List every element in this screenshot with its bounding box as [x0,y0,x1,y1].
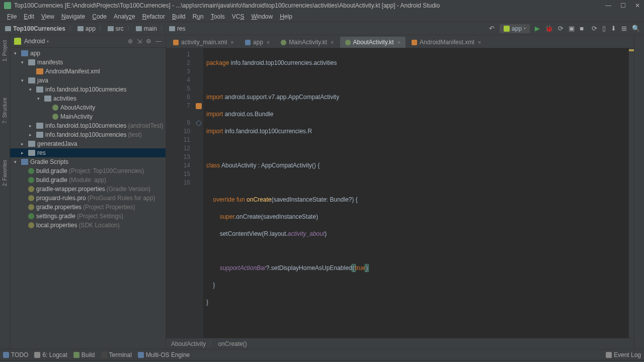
attach-button[interactable]: ▣ [569,25,575,32]
close-icon[interactable]: ✕ [635,2,640,9]
tab-main-activity[interactable]: MainActivity.kt× [276,37,339,48]
menu-refactor[interactable]: Refactor [139,12,168,21]
tree-manifests[interactable]: manifests [37,59,63,66]
tree-build-gradle-mod[interactable]: build.gradle [36,176,67,184]
project-tree[interactable]: ▾app ▾manifests AndroidManifest.xml ▾jav… [10,48,166,349]
tree-about-activity[interactable]: AboutActivity [60,104,95,111]
close-icon[interactable]: × [230,39,233,45]
tree-proguard[interactable]: proguard-rules.pro [36,195,86,202]
close-icon[interactable]: × [331,39,334,45]
debug-button[interactable]: 🐞 [545,25,553,32]
bottom-logcat[interactable]: 6: Logcat [34,351,67,358]
breadcrumb-item[interactable]: main [135,25,158,32]
project-panel-header: Android ▾ ⊕ ⇲ ⚙ — [10,35,166,48]
editor-area: activity_main.xml× app× MainActivity.kt×… [166,35,634,349]
tree-build-gradle-proj[interactable]: build.gradle [36,167,67,174]
stop-button[interactable]: ■ [580,25,584,32]
tree-gradle-props[interactable]: gradle.properties [36,204,82,211]
tree-app[interactable]: app [30,50,40,57]
menu-tools[interactable]: Tools [208,12,228,21]
gutter-icons [194,48,203,338]
bottom-build[interactable]: Build [73,351,95,358]
sdk-button[interactable]: ⬇ [611,25,616,32]
panel-title[interactable]: Android [24,38,45,45]
run-button[interactable]: ▶ [535,25,540,32]
tree-main-activity[interactable]: MainActivity [60,113,93,120]
menu-code[interactable]: Code [89,12,110,21]
tab-about-activity[interactable]: AboutActivity.kt× [340,37,406,48]
android-icon [504,26,510,32]
bottom-eventlog[interactable]: Event Log [606,351,641,358]
right-tool-rail [634,35,644,349]
tree-settings-gradle[interactable]: settings.gradle [36,213,75,220]
rail-project[interactable]: 1: Project [1,37,9,64]
sync-button[interactable]: ⟳ [592,25,597,32]
close-icon[interactable]: × [267,39,270,45]
avd-button[interactable]: ▯ [602,25,606,32]
override-icon[interactable] [196,121,201,126]
menu-run[interactable]: Run [190,12,207,21]
tree-gradle-scripts[interactable]: Gradle Scripts [30,158,68,165]
tree-activities[interactable]: activities [53,95,76,102]
menu-help[interactable]: Help [277,12,295,21]
menu-view[interactable]: View [38,12,57,21]
tree-generated[interactable]: generatedJava [37,140,77,147]
rail-favorites[interactable]: 2: Favorites [1,157,9,189]
profile-button[interactable]: ⟳ [558,25,564,32]
minimize-icon[interactable]: — [605,2,611,9]
tab-app[interactable]: app× [240,37,275,48]
class-icon[interactable] [196,103,202,109]
tree-java[interactable]: java [37,77,48,84]
settings-icon[interactable]: ⚙ [146,38,151,45]
back-icon[interactable]: ↶ [489,25,495,32]
maximize-icon[interactable]: ☐ [620,2,626,9]
tree-pkg[interactable]: info.fandroid.top100currencies [45,86,126,93]
editor-tabs: activity_main.xml× app× MainActivity.kt×… [166,35,634,48]
android-icon [14,38,21,45]
code-editor[interactable]: 1234567910111213141516 package info.fand… [166,48,634,338]
hide-icon[interactable]: — [155,38,162,45]
menu-vcs[interactable]: VCS [229,12,248,21]
scroll-from-source-icon[interactable]: ⊕ [128,38,133,45]
tree-pkg-test[interactable]: info.fandroid.top100currencies [45,131,126,138]
crumb-method[interactable]: onCreate() [218,340,247,347]
menu-window[interactable]: Window [248,12,276,21]
bottom-terminal[interactable]: Terminal [101,351,132,358]
status-bar: Gradle build finished in 5 s 670 ms (42 … [0,360,644,362]
tree-res-selected[interactable]: ▸res [10,148,166,157]
window-title: Top100Currencies [E:\Android\Projects\To… [14,2,440,9]
run-config-selector[interactable]: app ▾ [500,24,530,33]
close-icon[interactable]: × [397,39,400,45]
warning-mark[interactable] [629,49,634,51]
nav-bar: Top100Currencies 〉 app 〉 src 〉 main 〉 re… [0,22,644,35]
search-button[interactable]: 🔍 [632,25,640,32]
menu-navigate[interactable]: Navigate [58,12,88,21]
menu-file[interactable]: File [4,12,20,21]
menu-analyze[interactable]: Analyze [111,12,138,21]
tree-local-props[interactable]: local.properties [36,222,77,229]
tree-wrapper[interactable]: gradle-wrapper.properties [36,186,105,193]
tree-manifest-file[interactable]: AndroidManifest.xml [45,68,100,75]
menu-edit[interactable]: Edit [21,12,37,21]
kotlin-icon [281,40,286,45]
tab-android-manifest[interactable]: AndroidManifest.xml× [407,37,486,48]
menu-bar: File Edit View Navigate Code Analyze Ref… [0,11,644,22]
collapse-all-icon[interactable]: ⇲ [137,38,142,45]
breadcrumb-item[interactable]: src [107,25,125,32]
close-icon[interactable]: × [478,39,481,45]
structure-button[interactable]: ⊞ [621,25,627,32]
left-tool-rail: 1: Project 7: Structure 2: Favorites [0,35,10,349]
scroll-indicator[interactable] [629,48,634,338]
crumb-class[interactable]: AboutActivity [171,340,206,347]
bottom-moe[interactable]: Multi-OS Engine [138,351,190,358]
breadcrumb-root[interactable]: Top100Currencies [4,25,66,32]
tree-pkg-androidtest[interactable]: info.fandroid.top100currencies [45,122,126,129]
menu-build[interactable]: Build [169,12,189,21]
code-body[interactable]: package info.fandroid.top100currencies.a… [203,48,634,338]
rail-structure[interactable]: 7: Structure [1,95,9,127]
tab-activity-main[interactable]: activity_main.xml× [168,37,239,48]
app-icon [4,2,11,9]
breadcrumb-item[interactable]: app [76,25,97,32]
breadcrumb-item[interactable]: res [168,25,187,32]
bottom-todo[interactable]: TODO [3,351,28,358]
